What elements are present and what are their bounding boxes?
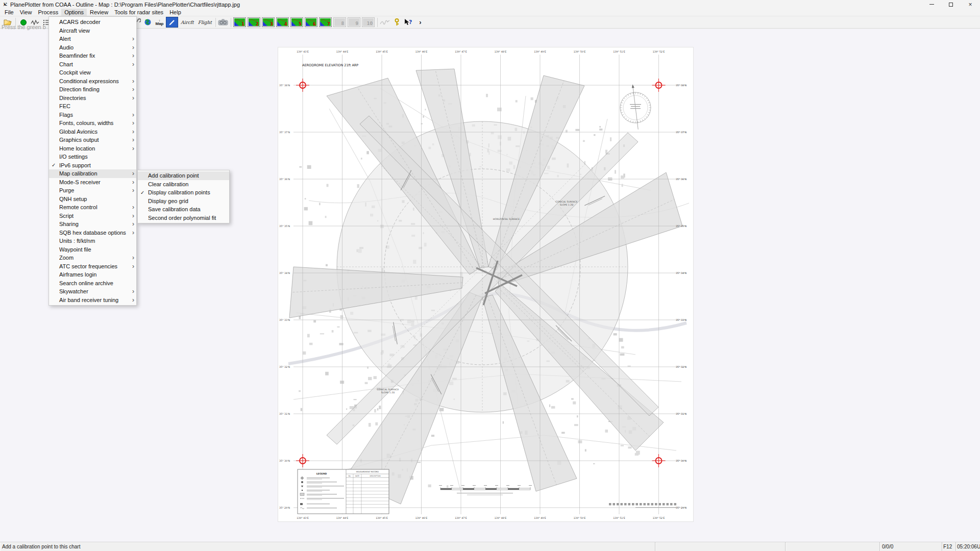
menu-item-ipv6-support[interactable]: ✓IPv6 support bbox=[49, 161, 136, 170]
grid-latitude-label: 35° 38'N bbox=[676, 84, 687, 87]
chart-select-button-1[interactable]: 1 bbox=[233, 17, 246, 27]
minimize-button[interactable] bbox=[922, 0, 941, 9]
menu-item-graphics-output[interactable]: Graphics output› bbox=[49, 136, 136, 144]
svg-text:DATE: DATE bbox=[355, 475, 359, 477]
close-button[interactable]: × bbox=[961, 0, 980, 9]
menu-item-label: Global Avionics bbox=[59, 129, 130, 135]
menu-item-alert[interactable]: Alert› bbox=[49, 35, 136, 43]
chart-select-button-4[interactable]: 4 bbox=[276, 17, 289, 27]
chart-select-button-7[interactable]: 7 bbox=[319, 17, 332, 27]
menu-item-clear-calibration[interactable]: Clear calibration bbox=[138, 180, 229, 189]
menu-item-airframes-login[interactable]: Airframes login bbox=[49, 270, 136, 279]
menu-item-remote-control[interactable]: Remote control› bbox=[49, 203, 136, 212]
menubar-item-tools-for-radar-sites[interactable]: Tools for radar sites bbox=[111, 9, 166, 16]
menu-item-fec[interactable]: FEC bbox=[49, 102, 136, 111]
menu-item-directories[interactable]: Directories› bbox=[49, 94, 136, 103]
menu-item-add-calibration-point[interactable]: Add calibration point bbox=[138, 171, 229, 180]
grid-longitude-label: 139° 48'E bbox=[495, 517, 507, 519]
menu-item-chart[interactable]: Chart› bbox=[49, 60, 136, 69]
menu-item-zoom[interactable]: Zoom› bbox=[49, 254, 136, 262]
status-panel-2 bbox=[785, 542, 879, 551]
menu-item-units-ft-kt-nm[interactable]: Units : ft/kt/nm bbox=[49, 237, 136, 245]
menu-item-conditional-expressions[interactable]: Conditional expressions› bbox=[49, 77, 136, 86]
menu-item-label: Waypoint file bbox=[59, 246, 130, 253]
submenu-arrow-icon: › bbox=[130, 171, 134, 176]
menu-item-acars-decoder[interactable]: ACARS decoder bbox=[49, 18, 136, 27]
chart-svg: 139° 43'E139° 43'E139° 44'E139° 44'E139°… bbox=[278, 47, 693, 521]
toolbar-expand-button[interactable]: › bbox=[415, 17, 426, 28]
menu-item-air-band-receiver-tuning[interactable]: Air band receiver tuning› bbox=[49, 296, 136, 305]
grid-latitude-label: 35° 33'N bbox=[676, 319, 687, 321]
menu-item-second-order-polynomial-fit[interactable]: Second order polynomial fit bbox=[138, 214, 229, 222]
key-button[interactable] bbox=[391, 17, 402, 28]
svg-text:DESCRIPTION: DESCRIPTION bbox=[370, 475, 381, 477]
menu-item-skywatcher[interactable]: Skywatcher› bbox=[49, 287, 136, 296]
menu-item-label: Fonts, colours, widths bbox=[59, 120, 130, 126]
menu-item-home-location[interactable]: Home location› bbox=[49, 144, 136, 153]
menubar-item-view[interactable]: View bbox=[17, 9, 35, 16]
globe-view-button[interactable] bbox=[142, 17, 153, 28]
menu-item-label: Search online archive bbox=[59, 280, 130, 286]
menu-item-direction-finding[interactable]: Direction finding› bbox=[49, 85, 136, 94]
submenu-arrow-icon: › bbox=[130, 95, 134, 101]
menu-item-beamfinder-fix[interactable]: Beamfinder fix› bbox=[49, 52, 136, 60]
menu-item-waypoint-file[interactable]: Waypoint file bbox=[49, 245, 136, 254]
menu-item-cockpit-view[interactable]: Cockpit view bbox=[49, 68, 136, 77]
flight-list-label: Flight bbox=[198, 20, 212, 25]
menu-item-script[interactable]: Script› bbox=[49, 212, 136, 220]
menubar-item-review[interactable]: Review bbox=[87, 9, 111, 16]
menu-item-label: Mode-S receiver bbox=[59, 179, 130, 185]
menubar-item-process[interactable]: Process bbox=[35, 9, 61, 16]
calibration-marker[interactable] bbox=[652, 454, 666, 467]
chart-select-button-2[interactable]: 2 bbox=[248, 17, 260, 27]
submenu-arrow-icon: › bbox=[130, 289, 134, 294]
menu-item-sharing[interactable]: Sharing› bbox=[49, 220, 136, 229]
menu-item-display-calibration-points[interactable]: ✓Display calibration points bbox=[138, 188, 229, 197]
grid-longitude-label: 139° 51'E bbox=[613, 51, 625, 53]
menu-item-audio[interactable]: Audio› bbox=[49, 43, 136, 52]
menu-item-flags[interactable]: Flags› bbox=[49, 111, 136, 119]
grid-latitude-label: 35° 34'N bbox=[279, 272, 290, 274]
maximize-button[interactable] bbox=[941, 0, 961, 9]
map-button[interactable]: ↑ Map bbox=[154, 17, 165, 28]
menu-item-label: IPv6 support bbox=[59, 162, 130, 168]
outline-edit-button[interactable] bbox=[166, 17, 178, 28]
menu-item-i-o-settings[interactable]: I/O settings bbox=[49, 153, 136, 161]
menubar-item-file[interactable]: File bbox=[2, 9, 17, 16]
menu-item-sqb-hex-database-options[interactable]: SQB hex database options› bbox=[49, 229, 136, 237]
menu-item-search-online-archive[interactable]: Search online archive bbox=[49, 279, 136, 288]
menu-item-purge[interactable]: Purge› bbox=[49, 186, 136, 195]
menubar-item-options[interactable]: Options bbox=[61, 9, 87, 16]
aerodrome-chart[interactable]: 139° 43'E139° 43'E139° 44'E139° 44'E139°… bbox=[278, 47, 693, 521]
calibration-marker[interactable] bbox=[652, 79, 666, 92]
menu-item-aircraft-view[interactable]: Aircraft view bbox=[49, 27, 136, 35]
grid-longitude-label: 139° 52'E bbox=[653, 51, 665, 53]
chart-select-button-6[interactable]: 6 bbox=[305, 17, 317, 27]
chart-thumbnail-icon: 2 bbox=[249, 18, 259, 26]
menu-item-atc-sector-frequencies[interactable]: ATC sector frequencies› bbox=[49, 262, 136, 271]
calibration-marker[interactable] bbox=[296, 454, 309, 467]
chart-select-button-3[interactable]: 3 bbox=[262, 17, 275, 27]
menu-item-qnh-setup[interactable]: QNH setup bbox=[49, 195, 136, 204]
menu-item-label: Map calibration bbox=[59, 170, 130, 177]
grid-latitude-label: 35° 31'N bbox=[676, 413, 687, 415]
svg-text:5: 5 bbox=[299, 22, 302, 27]
menu-item-mode-s-receiver[interactable]: Mode-S receiver› bbox=[49, 178, 136, 187]
menu-item-label: FEC bbox=[59, 103, 130, 109]
menu-item-map-calibration[interactable]: Map calibration› bbox=[49, 169, 136, 178]
flight-list-button[interactable]: Flight bbox=[197, 17, 213, 28]
chart-thumbnail-icon: 9 bbox=[349, 18, 359, 26]
context-help-button[interactable]: ? bbox=[403, 17, 414, 28]
capture-button[interactable] bbox=[218, 17, 229, 28]
menubar-item-help[interactable]: Help bbox=[166, 9, 184, 16]
compass-rose bbox=[620, 84, 651, 130]
menu-item-label: SQB hex database options bbox=[59, 230, 130, 236]
submenu-arrow-icon: › bbox=[130, 213, 134, 218]
aircraft-list-button[interactable]: Aircft bbox=[179, 17, 195, 28]
chart-select-button-5[interactable]: 5 bbox=[290, 17, 303, 27]
menu-item-global-avionics[interactable]: Global Avionics› bbox=[49, 128, 136, 136]
calibration-marker[interactable] bbox=[296, 79, 309, 92]
menu-item-display-geo-grid[interactable]: Display geo grid bbox=[138, 197, 229, 206]
menu-item-save-calibration-data[interactable]: Save calibration data bbox=[138, 205, 229, 214]
menu-item-fonts-colours-widths[interactable]: Fonts, colours, widths› bbox=[49, 119, 136, 128]
